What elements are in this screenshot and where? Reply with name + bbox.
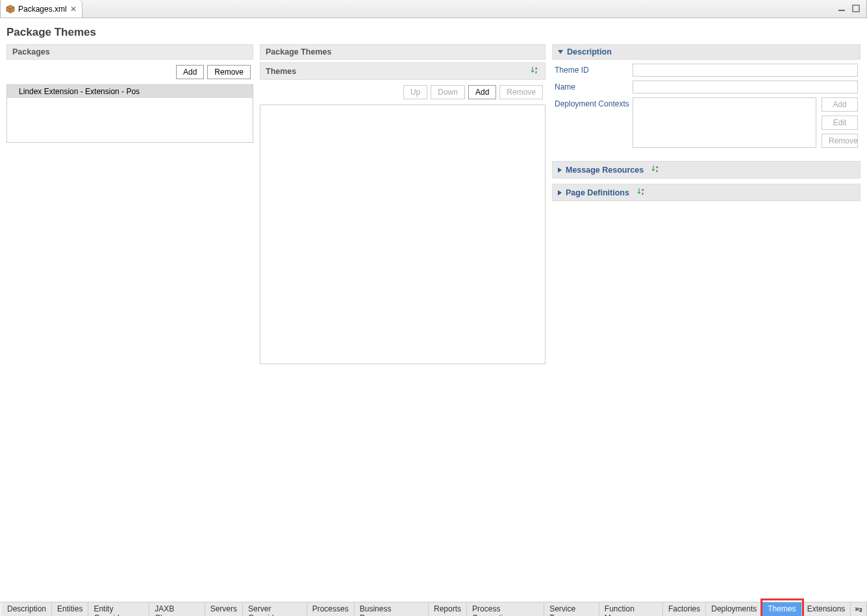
name-field[interactable] bbox=[633, 80, 858, 93]
bottom-tab-bar: Description Entities Entity Overrides JA… bbox=[0, 602, 867, 616]
package-themes-pane: Package Themes Themes az Up Down Add Rem… bbox=[260, 44, 546, 364]
packages-add-button[interactable]: Add bbox=[176, 65, 204, 79]
name-label: Name bbox=[555, 80, 633, 92]
themes-add-button[interactable]: Add bbox=[468, 85, 496, 99]
packages-section-title: Packages bbox=[12, 47, 50, 56]
tab-server-overrides[interactable]: Server Overrides bbox=[243, 602, 307, 616]
page-title: Package Themes bbox=[0, 18, 867, 44]
tab-overflow[interactable]: »₂ bbox=[851, 602, 867, 616]
themes-down-button[interactable]: Down bbox=[431, 85, 465, 99]
minimize-icon[interactable] bbox=[838, 3, 846, 15]
close-tab-icon[interactable]: ✕ bbox=[70, 5, 77, 14]
packages-list[interactable]: Lindex Extension - Extension - Pos bbox=[6, 84, 253, 143]
tab-entities[interactable]: Entities bbox=[52, 602, 88, 616]
sort-icon[interactable]: az bbox=[531, 66, 540, 77]
svg-rect-3 bbox=[853, 5, 859, 12]
tab-process-connections[interactable]: Process Connections bbox=[467, 602, 544, 616]
tab-jaxb-classes[interactable]: JAXB Classes bbox=[149, 602, 205, 616]
svg-rect-2 bbox=[838, 10, 845, 11]
tab-reports[interactable]: Reports bbox=[429, 602, 467, 616]
themes-section-header: Themes az bbox=[260, 62, 546, 80]
themes-up-button[interactable]: Up bbox=[403, 85, 427, 99]
packages-section-header: Packages bbox=[6, 44, 253, 60]
packages-pane: Packages Add Remove Lindex Extension - E… bbox=[6, 44, 253, 364]
package-themes-section-title: Package Themes bbox=[266, 47, 331, 56]
properties-pane: Description Theme ID Name Deployment Con… bbox=[552, 44, 861, 364]
theme-id-label: Theme ID bbox=[555, 64, 633, 75]
package-themes-section-header: Package Themes bbox=[260, 44, 546, 60]
package-file-icon bbox=[6, 5, 15, 14]
tab-processes[interactable]: Processes bbox=[307, 602, 355, 616]
tab-actions bbox=[838, 0, 866, 18]
themes-list[interactable] bbox=[260, 105, 546, 364]
description-form: Theme ID Name Deployment Contexts Add Ed… bbox=[552, 60, 861, 156]
tab-business-processes[interactable]: Business Processes bbox=[355, 602, 429, 616]
description-panel-header[interactable]: Description bbox=[552, 44, 861, 60]
deployment-contexts-label: Deployment Contexts bbox=[555, 97, 633, 108]
file-tab-packages-xml[interactable]: Packages.xml ✕ bbox=[1, 0, 82, 18]
expand-icon bbox=[558, 50, 563, 54]
page-definitions-panel-header[interactable]: Page Definitions az bbox=[552, 184, 861, 201]
svg-text:z: z bbox=[656, 169, 658, 173]
dc-remove-button[interactable]: Remove bbox=[822, 134, 858, 148]
description-panel-title: Description bbox=[567, 47, 612, 56]
deployment-contexts-list[interactable] bbox=[633, 97, 816, 148]
tab-description[interactable]: Description bbox=[2, 602, 52, 616]
file-tab-label: Packages.xml bbox=[18, 5, 67, 14]
page-definitions-panel-title: Page Definitions bbox=[566, 188, 629, 197]
themes-section-title: Themes bbox=[266, 67, 296, 76]
file-tab-bar: Packages.xml ✕ bbox=[0, 0, 867, 18]
expand-icon bbox=[558, 190, 562, 195]
message-resources-panel-title: Message Resources bbox=[566, 166, 644, 175]
dc-edit-button[interactable]: Edit bbox=[822, 116, 858, 130]
expand-icon bbox=[558, 167, 562, 173]
tab-extensions[interactable]: Extensions bbox=[802, 602, 851, 616]
themes-remove-button[interactable]: Remove bbox=[499, 85, 543, 99]
tab-servers[interactable]: Servers bbox=[205, 602, 243, 616]
svg-text:z: z bbox=[535, 70, 537, 74]
theme-id-field[interactable] bbox=[633, 64, 858, 77]
dc-add-button[interactable]: Add bbox=[822, 97, 858, 112]
tab-deployments[interactable]: Deployments bbox=[706, 602, 762, 616]
svg-text:z: z bbox=[642, 191, 644, 195]
tab-factories[interactable]: Factories bbox=[663, 602, 706, 616]
tab-entity-overrides[interactable]: Entity Overrides bbox=[88, 602, 149, 616]
list-item[interactable]: Lindex Extension - Extension - Pos bbox=[7, 85, 253, 98]
tab-service-types[interactable]: Service Types bbox=[544, 602, 599, 616]
tab-themes[interactable]: Themes bbox=[762, 602, 801, 616]
sort-icon[interactable]: az bbox=[637, 187, 646, 198]
maximize-icon[interactable] bbox=[852, 3, 860, 15]
sort-icon[interactable]: az bbox=[651, 164, 660, 175]
packages-remove-button[interactable]: Remove bbox=[207, 65, 251, 79]
tab-function-mapper[interactable]: Function Mapper bbox=[599, 602, 663, 616]
message-resources-panel-header[interactable]: Message Resources az bbox=[552, 161, 861, 179]
